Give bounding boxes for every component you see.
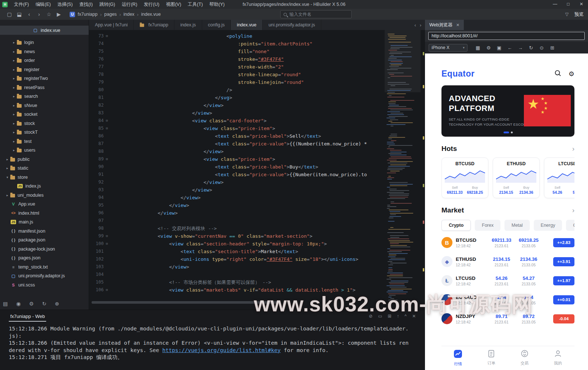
export-icon[interactable]: ↑ (397, 314, 399, 319)
url-input[interactable] (428, 32, 585, 40)
forward-icon[interactable]: › (34, 11, 44, 17)
new-file-icon[interactable]: ▢ (4, 11, 14, 17)
favorite-icon[interactable]: ☆ (44, 11, 54, 17)
web-browser-tab[interactable]: Web浏览器 ✕ (425, 20, 464, 30)
tree-item-sNvue[interactable]: ▸sNvue (0, 101, 89, 110)
tree-item-public[interactable]: ▸public (0, 155, 89, 164)
tree-item-main.js[interactable]: JSmain.js (0, 218, 89, 227)
tree-item-socket[interactable]: ▸socket (0, 110, 89, 119)
hot-card-ETHUSD[interactable]: ETHUSDSell2134.15Buy2134.36 (493, 158, 540, 198)
console-tab[interactable]: fx7uniapp - Web (9, 312, 46, 322)
market-row-ETHUSD[interactable]: ◆ETHUSD12:18:422134.152123.612134.362133… (441, 252, 574, 271)
horizontal-scrollbar[interactable] (92, 301, 280, 304)
refresh-icon[interactable]: ↻ (526, 45, 536, 51)
code-editor[interactable]: 73⊟ <polyline74 :points="item.chartPoint… (89, 30, 385, 310)
buy-quote[interactable]: Buy54.27 (573, 185, 574, 195)
buy-quote[interactable]: Buy69218.25 (467, 185, 483, 195)
tab-fx7uniapp[interactable]: fx7uniapp (134, 20, 174, 30)
plus-icon[interactable]: ⊕ (55, 301, 59, 307)
tree-item-index.js[interactable]: JSindex.js (0, 182, 89, 191)
menu-item[interactable]: 运行(R) (118, 0, 140, 9)
category-tab-Crypto[interactable]: Crypto (441, 220, 471, 231)
refresh-icon[interactable]: ↻ (42, 301, 47, 307)
fold-marker-icon[interactable]: ⊟ (106, 125, 110, 132)
tree-item-stock[interactable]: ▸stock (0, 119, 89, 128)
collapse-icon[interactable]: ^ (404, 314, 407, 319)
minimize-button[interactable]: — (548, 0, 562, 9)
tab-index.js[interactable]: index.js (174, 20, 202, 30)
market-row-BTCUSD[interactable]: BBTCUSD12:18:4269211.332123.6169218.2521… (441, 233, 574, 252)
close-button[interactable]: ✕ (575, 0, 588, 9)
gear-icon[interactable]: ⚙ (569, 70, 574, 78)
project-files-icon[interactable]: ▤ (3, 301, 8, 307)
tree-item-package-lock.json[interactable]: { }package-lock.json (0, 245, 89, 254)
tree-item-index.html[interactable]: <>index.html (0, 209, 89, 218)
tree-item-manifest.json[interactable]: { }manifest.json (0, 227, 89, 236)
market-row-EURAUD[interactable]: EURAUD12:18:421.642123.611.642133.05++0.… (441, 290, 574, 309)
tree-item-order[interactable]: ▸order (0, 56, 89, 65)
tree-item-App.vue[interactable]: VApp.vue (0, 200, 89, 209)
save-icon[interactable]: ⬓ (14, 11, 24, 17)
tree-item-uni.scss[interactable]: Suni.scss (0, 281, 89, 290)
fold-marker-icon[interactable]: ⊟ (106, 117, 110, 125)
tree-item-package.json[interactable]: { }package.json (0, 236, 89, 245)
tree-item-stockT[interactable]: ▸stockT (0, 128, 89, 137)
responsive-icon[interactable]: ▦ (473, 45, 483, 51)
file-search-box[interactable]: 输入文件名 (280, 10, 352, 18)
back-icon[interactable]: ← (504, 45, 515, 51)
tree-item-uni_modules[interactable]: ▸uni_modules (0, 191, 89, 200)
console-link[interactable]: https://vuejs.org/guide/list.html#key (162, 347, 281, 353)
change-badge[interactable]: -0.04 (553, 314, 574, 323)
tree-item-register[interactable]: ▸register (0, 65, 89, 74)
chevron-right-icon[interactable]: › (572, 206, 574, 214)
tab-uni.promisify.adaptor.js[interactable]: uni.promisify.adaptor.js (263, 20, 321, 30)
tab-App.vue-fx7uni[interactable]: App.vue | fx7uni (89, 20, 134, 30)
device-select[interactable]: iPhone X ▾ (429, 44, 467, 52)
tree-item-temp_stock.txt[interactable]: ≡temp_stock.txt (0, 263, 89, 272)
fold-marker-icon[interactable]: ⊟ (106, 286, 110, 294)
buy-quote[interactable]: Buy2134.36 (519, 185, 533, 195)
fold-marker-icon[interactable]: ⊟ (106, 232, 110, 240)
chevron-right-icon[interactable]: › (572, 145, 574, 153)
run-icon[interactable]: ▶ (54, 11, 64, 17)
fold-marker-icon[interactable]: ⊟ (106, 32, 110, 40)
mute-icon[interactable]: ⊘ (369, 314, 373, 319)
menu-item[interactable]: 选择(S) (54, 0, 76, 9)
change-badge[interactable]: ++3.91 (553, 257, 574, 266)
qr-icon[interactable]: ⊞ (547, 45, 558, 51)
tab-index.vue[interactable]: index.vue (231, 20, 263, 30)
search-icon[interactable] (554, 70, 561, 78)
promo-banner[interactable]: ADVANCED PLATFORM SET ALL KINDS OF CUTTI… (441, 85, 574, 137)
tree-item-test[interactable]: ▸test (0, 137, 89, 146)
market-row-NZDJPY[interactable]: NZDJPY12:18:4289.712123.6189.722133.05-0… (441, 309, 574, 328)
tree-item-pages.json[interactable]: { }pages.json (0, 254, 89, 263)
category-tab-Energy[interactable]: Energy (534, 220, 562, 231)
category-tab-Forex[interactable]: Forex (475, 220, 500, 231)
change-badge[interactable]: ++0.01 (553, 295, 574, 304)
menu-item[interactable]: 发行(U) (141, 0, 163, 9)
tree-item-static[interactable]: ▸static (0, 164, 89, 173)
breadcrumb-item[interactable]: index (123, 12, 134, 17)
tab-scroll-left-icon[interactable]: ‹ (414, 22, 416, 28)
preview-button[interactable]: 预览 (574, 11, 584, 18)
forward-icon[interactable]: → (515, 45, 526, 51)
menu-item[interactable]: 跳转(G) (96, 0, 118, 9)
tree-item-store[interactable]: ▾store (0, 173, 89, 182)
screenshot-icon[interactable]: ▣ (494, 45, 504, 51)
back-icon[interactable]: ‹ (24, 11, 34, 17)
grid-icon[interactable]: ⊞ (388, 314, 391, 319)
sell-quote[interactable]: Sell2134.15 (499, 185, 513, 195)
nav-item-我的[interactable]: 我的 (541, 346, 574, 370)
category-tab-Metal[interactable]: Metal (504, 220, 530, 231)
menu-item[interactable]: 帮助(Y) (206, 0, 228, 9)
market-row-LTCUSD[interactable]: ŁLTCUSD12:18:4254.262123.6154.272133.05+… (441, 271, 574, 290)
menu-item[interactable]: 编辑(E) (32, 0, 54, 9)
menu-item[interactable]: 文件(F) (11, 0, 32, 9)
tree-item-search[interactable]: ▸search (0, 92, 89, 101)
tree-item-users[interactable]: ▸users (0, 146, 89, 155)
sell-quote[interactable]: Sell54.26 (552, 185, 562, 195)
menu-item[interactable]: 工具(T) (185, 0, 206, 9)
breadcrumb-item[interactable]: index.vue (141, 12, 161, 17)
tree-item-login[interactable]: ▸login (0, 38, 89, 47)
maximize-button[interactable]: □ (562, 0, 575, 9)
